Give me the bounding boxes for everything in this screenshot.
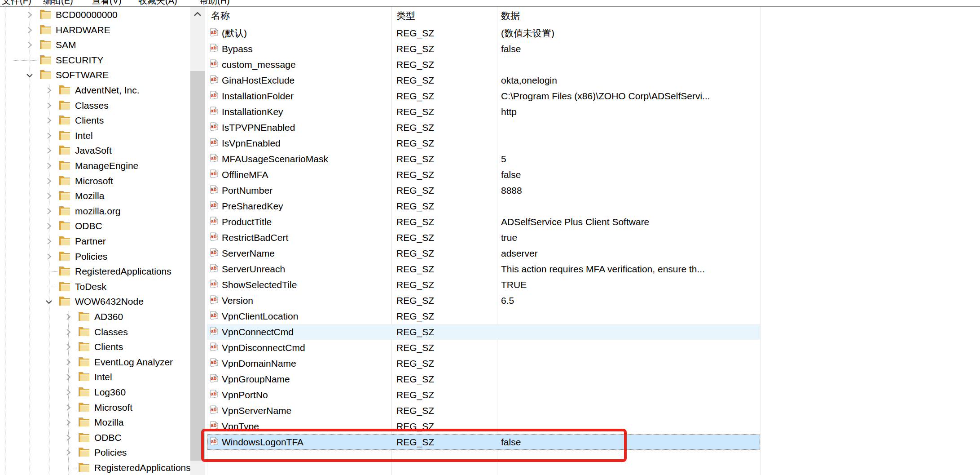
registry-value-installationfolder[interactable]: abInstallationFolderREG_SZC:\Program Fil…	[207, 88, 760, 104]
tree-item-intel[interactable]: Intel	[0, 369, 190, 385]
registry-value-presharedkey[interactable]: abPreSharedKeyREG_SZ	[207, 198, 760, 214]
chevron-right-icon[interactable]	[44, 206, 54, 216]
registry-value-custom-message[interactable]: abcustom_messageREG_SZ	[207, 57, 760, 72]
tree-item-odbc[interactable]: ODBC	[0, 430, 190, 445]
registry-value-version[interactable]: abVersionREG_SZ6.5	[207, 293, 760, 308]
chevron-right-icon[interactable]	[44, 161, 54, 171]
tree-item-todesk[interactable]: ToDesk	[0, 279, 190, 294]
tree-item-microsoft[interactable]: Microsoft	[0, 400, 190, 415]
tree-item-software[interactable]: SOFTWARE	[0, 67, 190, 83]
column-header-name[interactable]: 名称	[211, 7, 230, 25]
chevron-right-icon[interactable]	[63, 403, 73, 413]
registry-value-restrictbadcert[interactable]: abRestrictBadCertREG_SZtrue	[207, 230, 760, 245]
tree-item-odbc[interactable]: ODBC	[0, 218, 190, 234]
tree-scrollbar[interactable]	[190, 7, 205, 475]
chevron-right-icon[interactable]	[44, 191, 54, 201]
tree-item-javasoft[interactable]: JavaSoft	[0, 143, 190, 158]
registry-value-vpnconnectcmd[interactable]: abVpnConnectCmdREG_SZ	[207, 324, 760, 340]
column-header-type[interactable]: 类型	[396, 7, 415, 25]
chevron-right-icon[interactable]	[63, 433, 73, 443]
registry-value-servername[interactable]: abServerNameREG_SZadserver	[207, 245, 760, 261]
menu-item-1[interactable]: 文件(F)	[2, 0, 31, 6]
scroll-up-button[interactable]	[190, 7, 205, 22]
tree-item-log360[interactable]: Log360	[0, 385, 190, 400]
folder-icon	[40, 25, 51, 35]
tree-item-manageengine[interactable]: ManageEngine	[0, 158, 190, 173]
chevron-right-icon[interactable]	[44, 252, 54, 262]
menu-item-3[interactable]: 查看(V)	[92, 0, 122, 6]
tree-item-classes[interactable]: Classes	[0, 98, 190, 113]
registry-value-installationkey[interactable]: abInstallationKeyREG_SZhttp	[207, 104, 760, 120]
chevron-right-icon[interactable]	[63, 342, 73, 352]
registry-value-showselectedtile[interactable]: abShowSelectedTileREG_SZTRUE	[207, 277, 760, 293]
tree-item-registeredapplications[interactable]: RegisteredApplications	[0, 460, 190, 475]
tree-item-clients[interactable]: Clients	[0, 339, 190, 355]
chevron-right-icon[interactable]	[44, 85, 54, 95]
tree-item-wow6432node[interactable]: WOW6432Node	[0, 294, 190, 309]
tree-item-mozilla[interactable]: Mozilla	[0, 415, 190, 430]
registry-value-vpndomainname[interactable]: abVpnDomainNameREG_SZ	[207, 355, 760, 371]
tree-item-policies[interactable]: Policies	[0, 249, 190, 264]
registry-value-producttitle[interactable]: abProductTitleREG_SZADSelfService Plus C…	[207, 214, 760, 230]
tree-item-ad360[interactable]: AD360	[0, 309, 190, 324]
registry-value-serverunreach[interactable]: abServerUnreachREG_SZThis action require…	[207, 261, 760, 277]
tree-item-mozilla-org[interactable]: mozilla.org	[0, 204, 190, 219]
registry-value-vpnservername[interactable]: abVpnServerNameREG_SZ	[207, 403, 760, 418]
chevron-right-icon[interactable]	[63, 372, 73, 382]
chevron-right-icon[interactable]	[63, 312, 73, 322]
chevron-right-icon[interactable]	[63, 327, 73, 337]
tree-item-sam[interactable]: SAM	[0, 37, 190, 53]
chevron-right-icon[interactable]	[44, 131, 54, 141]
registry-value-vpndisconnectcmd[interactable]: abVpnDisconnectCmdREG_SZ	[207, 340, 760, 355]
tree-item-intel[interactable]: Intel	[0, 128, 190, 143]
registry-value-offlinemfa[interactable]: abOfflineMFAREG_SZfalse	[207, 167, 760, 182]
chevron-right-icon[interactable]	[25, 40, 35, 50]
registry-value-[interactable]: ab(默认)REG_SZ(数值未设置)	[207, 25, 760, 41]
tree-item-microsoft[interactable]: Microsoft	[0, 173, 190, 189]
tree-item-label: ODBC	[75, 218, 102, 234]
scrollbar-thumb[interactable]	[190, 71, 205, 461]
tree-item-partner[interactable]: Partner	[0, 234, 190, 249]
tree-item-classes[interactable]: Classes	[0, 324, 190, 340]
menu-item-4[interactable]: 收藏夹(A)	[138, 0, 177, 6]
registry-value-vpngroupname[interactable]: abVpnGroupNameREG_SZ	[207, 371, 760, 387]
chevron-right-icon[interactable]	[44, 115, 54, 125]
chevron-right-icon[interactable]	[63, 448, 73, 457]
tree-item-eventlog-analyzer[interactable]: EventLog Analyzer	[0, 355, 190, 370]
chevron-right-icon[interactable]	[44, 221, 54, 231]
string-value-icon: ab	[209, 342, 219, 352]
tree-item-policies[interactable]: Policies	[0, 445, 190, 460]
tree-item-mozilla[interactable]: Mozilla	[0, 188, 190, 204]
chevron-right-icon[interactable]	[25, 10, 35, 20]
registry-value-vpnportno[interactable]: abVpnPortNoREG_SZ	[207, 387, 760, 403]
chevron-right-icon[interactable]	[44, 236, 54, 246]
registry-value-portnumber[interactable]: abPortNumberREG_SZ8888	[207, 182, 760, 198]
panel-splitter[interactable]	[205, 7, 205, 475]
chevron-right-icon[interactable]	[63, 387, 73, 397]
chevron-right-icon[interactable]	[44, 146, 54, 155]
menu-item-5[interactable]: 帮助(H)	[199, 0, 230, 6]
chevron-right-icon[interactable]	[44, 101, 54, 111]
string-value-icon: ab	[209, 28, 219, 38]
registry-value-ginahostexclude[interactable]: abGinaHostExcludeREG_SZokta,onelogin	[207, 72, 760, 88]
tree-item-bcd00000000[interactable]: BCD00000000	[0, 7, 190, 22]
string-value-icon: ab	[209, 122, 219, 132]
registry-value-istpvpnenabled[interactable]: abIsTPVPNEnabledREG_SZ	[207, 120, 760, 135]
tree-item-adventnet-inc[interactable]: AdventNet, Inc.	[0, 83, 190, 98]
menu-item-2[interactable]: 编辑(E)	[43, 0, 73, 6]
tree-item-registeredapplications[interactable]: RegisteredApplications	[0, 264, 190, 279]
tree-item-clients[interactable]: Clients	[0, 113, 190, 128]
registry-value-bypass[interactable]: abBypassREG_SZfalse	[207, 41, 760, 57]
chevron-right-icon[interactable]	[44, 176, 54, 186]
chevron-right-icon[interactable]	[63, 417, 73, 427]
registry-value-mfausagescenariomask[interactable]: abMFAUsageScenarioMaskREG_SZ5	[207, 151, 760, 167]
tree-item-hardware[interactable]: HARDWARE	[0, 22, 190, 38]
chevron-right-icon[interactable]	[25, 25, 35, 35]
chevron-right-icon[interactable]	[63, 357, 73, 367]
chevron-down-icon[interactable]	[25, 70, 35, 80]
registry-value-isvpnenabled[interactable]: abIsVpnEnabledREG_SZ	[207, 135, 760, 151]
column-header-data[interactable]: 数据	[501, 7, 520, 25]
chevron-down-icon[interactable]	[44, 297, 54, 306]
tree-item-security[interactable]: SECURITY	[0, 53, 190, 68]
registry-value-vpnclientlocation[interactable]: abVpnClientLocationREG_SZ	[207, 308, 760, 324]
